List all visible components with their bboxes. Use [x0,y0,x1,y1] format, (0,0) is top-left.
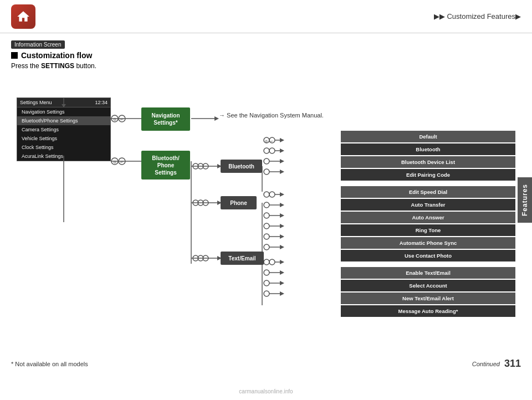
settings-menu-box: Settings Menu 12:34 Navigation Settings … [17,98,111,161]
footer-right: Continued 311 [472,358,521,370]
svg-marker-58 [280,224,284,228]
svg-marker-64 [280,245,284,249]
svg-point-33 [264,158,269,164]
svg-marker-61 [280,234,284,239]
svg-text:↩: ↩ [120,117,124,121]
diagram-area: Settings Menu 12:34 Navigation Settings … [17,75,515,314]
svg-marker-52 [280,203,284,207]
continued-text: Continued [472,361,500,367]
svg-marker-35 [280,159,284,163]
svg-point-19 [203,163,208,169]
camera-settings-item[interactable]: Camera Settings [17,125,110,134]
svg-point-11 [111,158,118,165]
home-icon [16,9,30,24]
svg-point-29 [264,148,269,153]
svg-point-23 [264,137,269,143]
svg-marker-84 [280,291,284,296]
bt-phone-settings-box: Bluetooth/ Phone Settings [141,151,190,180]
svg-point-67 [198,255,203,261]
svg-point-59 [264,234,269,239]
svg-point-68 [203,255,208,261]
svg-marker-55 [280,213,284,218]
svg-text:⚙: ⚙ [113,160,116,164]
text-select-account-item: Select Account [341,280,515,291]
text-alert-item: New Text/Email Alert [341,293,515,304]
phone-speed-dial-item: Edit Speed Dial [341,186,515,198]
svg-marker-28 [280,138,284,142]
clock-settings-item[interactable]: Clock Settings [17,143,110,152]
svg-point-6 [119,115,125,122]
svg-point-53 [264,213,269,218]
svg-point-40 [193,200,198,206]
home-button[interactable] [11,4,35,29]
breadcrumb: ▶▶ Customized Features▶ [434,12,521,20]
right-items-container: Default Bluetooth Bluetooth Device List … [341,131,515,318]
phone-ring-tone-item: Ring Tone [341,224,515,236]
phone-auto-sync-item: Automatic Phone Sync [341,237,515,249]
navigation-settings-box: Navigation Settings* [141,107,190,131]
svg-point-82 [264,291,269,296]
section-title: Customization flow [11,51,521,60]
bt-default-item: Default [341,131,515,142]
svg-point-76 [264,270,269,275]
svg-point-18 [198,163,203,169]
press-instruction: Press the SETTINGS button. [11,62,521,70]
svg-point-73 [269,259,275,265]
svg-text:↩: ↩ [120,160,124,164]
svg-point-25 [269,137,275,143]
footnote-text: * Not available on all models [11,361,88,367]
bt-device-list-item: Bluetooth Device List [341,156,515,168]
svg-marker-81 [280,281,284,285]
svg-marker-32 [280,148,284,153]
phone-label-box: Phone [221,196,257,209]
footer: * Not available on all models Continued … [0,358,532,370]
text-enable-item: Enable Text/Email [341,267,515,279]
svg-point-4 [111,115,118,122]
nav-settings-item[interactable]: Navigation Settings [17,107,110,116]
bt-phone-settings-item[interactable]: Bluetooth/Phone Settings [17,116,110,125]
svg-point-17 [193,163,198,169]
info-badge: Information Screen [11,40,65,49]
svg-point-36 [264,169,269,175]
watermark: carmanualsonline.info [239,388,293,394]
settings-menu-title: Settings Menu 12:34 [17,98,110,107]
svg-point-42 [203,200,208,206]
nav-arrow-text: → See the Navigation System Manual. [219,112,324,119]
section-title-text: Customization flow [21,51,92,60]
svg-point-79 [264,280,269,286]
svg-text:⚙: ⚙ [113,117,116,121]
main-content: Information Screen Customization flow Pr… [0,33,532,319]
svg-point-62 [264,244,269,250]
page-number: 311 [504,358,521,370]
svg-marker-78 [280,270,284,275]
svg-point-47 [269,192,275,197]
svg-point-66 [193,255,198,261]
bluetooth-label-box: Bluetooth [221,160,262,173]
svg-marker-49 [280,192,284,197]
svg-marker-9 [214,116,219,121]
phone-auto-answer-item: Auto Answer [341,212,515,223]
svg-marker-75 [280,260,284,264]
svg-point-50 [264,202,269,208]
acuralink-settings-item[interactable]: AcuraLink Settings [17,152,110,161]
bt-pairing-code-item: Edit Pairing Code [341,169,515,181]
svg-point-41 [198,200,203,206]
svg-point-72 [264,259,269,265]
header: ▶▶ Customized Features▶ [0,0,532,33]
bullet-square [11,52,18,59]
svg-point-56 [264,223,269,229]
phone-auto-transfer-item: Auto Transfer [341,199,515,211]
text-auto-reading-item: Message Auto Reading* [341,305,515,317]
svg-marker-38 [280,170,284,174]
phone-contact-photo-item: Use Contact Photo [341,250,515,261]
svg-text:↩: ↩ [270,140,273,143]
bt-bluetooth-item: Bluetooth [341,143,515,155]
svg-text:⚙: ⚙ [265,140,268,143]
svg-point-30 [269,148,275,153]
vehicle-settings-item[interactable]: Vehicle Settings [17,134,110,143]
text-email-label-box: Text/Email [221,252,264,265]
svg-point-46 [264,192,269,197]
svg-point-13 [119,158,125,165]
